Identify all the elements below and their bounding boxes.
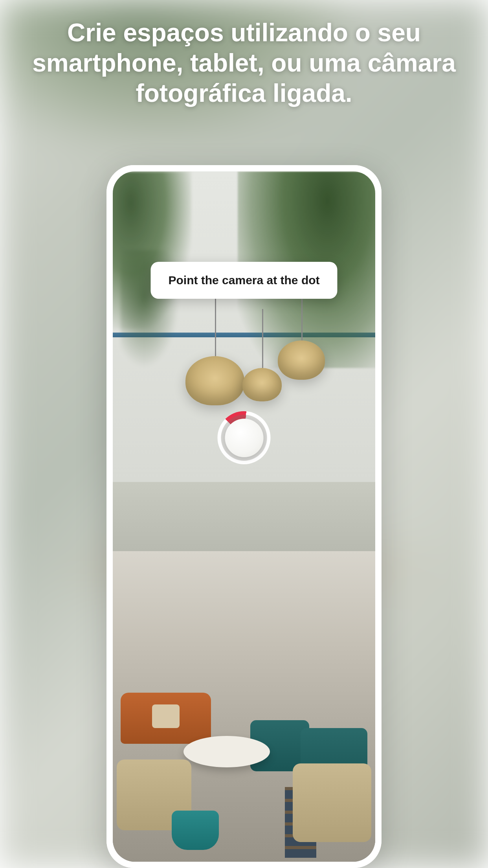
capture-progress-ring <box>218 411 271 464</box>
phone-screen: Point the camera at the dot <box>113 171 375 862</box>
scene-chair <box>293 763 371 842</box>
capture-shutter-icon <box>225 419 263 457</box>
scene-room <box>113 551 375 862</box>
scene-pillow <box>152 704 180 728</box>
promo-headline: Crie espaços utilizando o seu smartphone… <box>20 18 468 108</box>
instruction-tooltip: Point the camera at the dot <box>150 262 337 299</box>
scene-stool <box>172 811 219 850</box>
capture-button[interactable] <box>218 411 271 464</box>
scene-table <box>183 736 270 767</box>
scene-lamp <box>278 340 325 380</box>
phone-mockup-frame: Point the camera at the dot <box>106 165 382 868</box>
instruction-text: Point the camera at the dot <box>168 274 319 287</box>
scene-lamp <box>185 356 244 405</box>
scene-lamp <box>242 368 282 401</box>
